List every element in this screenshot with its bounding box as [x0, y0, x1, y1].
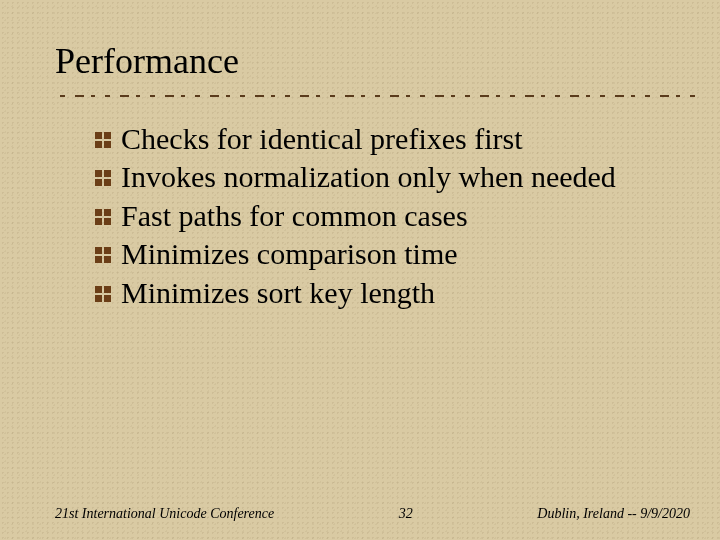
list-item: Invokes normalization only when needed: [95, 158, 695, 196]
title-divider: [55, 94, 695, 98]
svg-rect-3: [104, 141, 111, 148]
bullet-text: Invokes normalization only when needed: [121, 160, 616, 193]
svg-rect-13: [104, 247, 111, 254]
list-item: Checks for identical prefixes first: [95, 120, 695, 158]
bullet-text: Fast paths for common cases: [121, 199, 468, 232]
slide-footer: 21st International Unicode Conference 32…: [0, 506, 720, 522]
svg-rect-6: [95, 179, 102, 186]
bullet-icon: [95, 209, 111, 225]
svg-rect-17: [104, 286, 111, 293]
list-item: Fast paths for common cases: [95, 197, 695, 235]
svg-rect-7: [104, 179, 111, 186]
bullet-icon: [95, 286, 111, 302]
bullet-list: Checks for identical prefixes first Invo…: [55, 120, 695, 312]
svg-rect-16: [95, 286, 102, 293]
list-item: Minimizes sort key length: [95, 274, 695, 312]
bullet-text: Minimizes sort key length: [121, 276, 435, 309]
svg-rect-9: [104, 209, 111, 216]
bullet-text: Checks for identical prefixes first: [121, 122, 523, 155]
footer-right: Dublin, Ireland -- 9/9/2020: [537, 506, 690, 522]
footer-page-number: 32: [399, 506, 413, 522]
bullet-icon: [95, 247, 111, 263]
svg-rect-15: [104, 256, 111, 263]
svg-rect-19: [104, 295, 111, 302]
svg-rect-10: [95, 218, 102, 225]
svg-rect-5: [104, 170, 111, 177]
svg-rect-1: [104, 132, 111, 139]
bullet-icon: [95, 170, 111, 186]
svg-rect-4: [95, 170, 102, 177]
bullet-text: Minimizes comparison time: [121, 237, 458, 270]
list-item: Minimizes comparison time: [95, 235, 695, 273]
svg-rect-11: [104, 218, 111, 225]
svg-rect-8: [95, 209, 102, 216]
svg-rect-12: [95, 247, 102, 254]
svg-rect-18: [95, 295, 102, 302]
svg-rect-14: [95, 256, 102, 263]
footer-left: 21st International Unicode Conference: [55, 506, 274, 522]
bullet-icon: [95, 132, 111, 148]
svg-rect-0: [95, 132, 102, 139]
svg-rect-2: [95, 141, 102, 148]
slide: Performance Checks for identical prefixe…: [0, 0, 720, 540]
slide-title: Performance: [55, 40, 695, 82]
